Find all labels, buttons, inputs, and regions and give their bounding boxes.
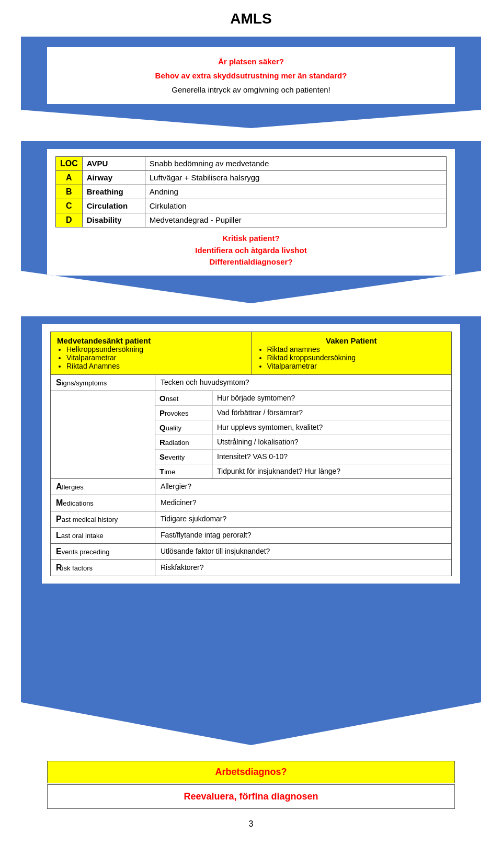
left-bullet-item: Riktad Anamnes (66, 362, 245, 370)
sampler-right-title: Vaken Patient (258, 336, 446, 345)
opqrst-label: Severity (155, 450, 213, 464)
opqrst-value: Hur upplevs symtomen, kvalitet? (213, 420, 451, 435)
right-bullet-item: Vitalparametrar (267, 362, 446, 370)
opqrst-table: Onset Hur började symtomen? Provokes Vad… (155, 391, 451, 478)
ampler-value: Fast/flytande intag peroralt? (155, 528, 451, 543)
abcd-row: C Circulation Cirkulation (56, 199, 447, 213)
kritisk-line3: Differentialdiagnoser? (55, 256, 447, 268)
left-bullet-item: Vitalparametrar (66, 353, 245, 362)
page-title: AMLS (230, 10, 271, 27)
left-bullet-item: Helkroppsundersökning (66, 345, 245, 353)
section1-line1: Är platsen säker? (55, 54, 447, 68)
opqrst-label: Radiation (155, 435, 213, 449)
abcd-row: B Breathing Andning (56, 185, 447, 199)
sampler-box: Medvetandesänkt patient Helkroppsundersö… (42, 324, 460, 584)
ampler-value: Mediciner? (155, 495, 451, 511)
opqrst-value: Vad förbättrar / försämrar? (213, 406, 451, 420)
opqrst-value: Intensitet? VAS 0-10? (213, 450, 451, 464)
signs-rest: igns/symptoms (62, 379, 107, 387)
opqrst-row: Provokes Vad förbättrar / försämrar? (155, 406, 451, 420)
sampler-left-bullets: HelkroppsundersökningVitalparametrarRikt… (66, 345, 245, 370)
sampler-header: Medvetandesänkt patient Helkroppsundersö… (50, 332, 452, 375)
abcd-letter: A (56, 171, 83, 185)
ampler-label: Last oral intake (51, 528, 155, 543)
abcd-arrow: LOC AVPU Snabb bedömning av medvetande A… (21, 141, 481, 303)
ampler-label: Risk factors (51, 560, 155, 576)
ampler-label: Events preceding (51, 544, 155, 559)
opqrst-label: Time (155, 464, 213, 478)
section1-line3: Generella intryck av omgivning och patie… (55, 83, 447, 97)
abcd-letter: B (56, 185, 83, 199)
opqrst-row: Severity Intensitet? VAS 0-10? (155, 450, 451, 464)
ampler-row: Last oral intake Fast/flytande intag per… (50, 528, 452, 544)
kritisk-line1: Kritisk patient? (55, 233, 447, 245)
section1-box: Är platsen säker? Behov av extra skyddsu… (47, 47, 455, 104)
page-number: 3 (249, 819, 254, 829)
ampler-label: Past medical history (51, 511, 155, 527)
ampler-row: Risk factors Riskfaktorer? (50, 560, 452, 576)
ampler-value: Riskfaktorer? (155, 560, 451, 576)
opqrst-section: Onset Hur började symtomen? Provokes Vad… (50, 391, 452, 479)
opqrst-label: Provokes (155, 406, 213, 420)
sampler-header-left: Medvetandesänkt patient Helkroppsundersö… (51, 332, 252, 374)
bottom-section: Arbetsdiagnos? Reevaluera, förfina diagn… (47, 761, 455, 809)
sampler-left-title: Medvetandesänkt patient (57, 336, 245, 345)
abcd-abbrev: AVPU (82, 157, 145, 171)
ampler-row: Events preceding Utlösande faktor till i… (50, 544, 452, 560)
ampler-label: Allergies (51, 479, 155, 495)
abcd-desc: Luftvägar + Stabilisera halsrygg (145, 171, 446, 185)
arbets-box: Arbetsdiagnos? (47, 761, 455, 783)
abcd-desc: Snabb bedömning av medvetande (145, 157, 446, 171)
sampler-right-bullets: Riktad anamnesRiktad kroppsundersökningV… (267, 345, 446, 370)
abcd-abbrev: Disability (82, 213, 145, 227)
opqrst-row: Radiation Utstrålning / lokalisation? (155, 435, 451, 450)
ampler-row: Past medical history Tidigare sjukdomar? (50, 511, 452, 528)
ampler-value: Tidigare sjukdomar? (155, 511, 451, 527)
opqrst-row: Time Tidpunkt för insjuknandet? Hur läng… (155, 464, 451, 478)
signs-value: Tecken och huvudsymtom? (155, 375, 451, 391)
abcd-abbrev: Circulation (82, 199, 145, 213)
right-bullet-item: Riktad anamnes (267, 345, 446, 353)
abcd-letter: C (56, 199, 83, 213)
section1-arrow: Är platsen säker? Behov av extra skyddsu… (21, 37, 481, 128)
opqrst-label: Quality (155, 420, 213, 435)
kritisk-text: Kritisk patient? Identifiera och åtgärda… (55, 233, 447, 268)
abcd-abbrev: Breathing (82, 185, 145, 199)
ampler-value: Allergier? (155, 479, 451, 495)
ampler-label: Medications (51, 495, 155, 511)
abcd-row: LOC AVPU Snabb bedömning av medvetande (56, 157, 447, 171)
ampler-row: Allergies Allergier? (50, 479, 452, 495)
abcd-desc: Andning (145, 185, 446, 199)
reeval-box: Reevaluera, förfina diagnosen (47, 784, 455, 809)
abcd-row: D Disability Medvetandegrad - Pupiller (56, 213, 447, 227)
kritisk-line2: Identifiera och åtgärda livshot (55, 245, 447, 257)
opqrst-empty-label (51, 391, 155, 478)
abcd-letter: LOC (56, 157, 83, 171)
sampler-header-right: Vaken Patient Riktad anamnesRiktad kropp… (252, 332, 452, 374)
ampler-row: Medications Mediciner? (50, 495, 452, 511)
abcd-table: LOC AVPU Snabb bedömning av medvetande A… (55, 156, 447, 227)
opqrst-row: Quality Hur upplevs symtomen, kvalitet? (155, 420, 451, 435)
opqrst-value: Utstrålning / lokalisation? (213, 435, 451, 449)
signs-first-letter: S (56, 378, 62, 387)
opqrst-row: Onset Hur började symtomen? (155, 391, 451, 406)
section1-text: Är platsen säker? Behov av extra skyddsu… (55, 54, 447, 97)
abcd-desc: Cirkulation (145, 199, 446, 213)
abcd-row: A Airway Luftvägar + Stabilisera halsryg… (56, 171, 447, 185)
opqrst-label: Onset (155, 391, 213, 405)
abcd-abbrev: Airway (82, 171, 145, 185)
sampler-arrow: Medvetandesänkt patient Helkroppsundersö… (21, 316, 481, 745)
section1-line2: Behov av extra skyddsutrustning mer än s… (55, 68, 447, 83)
signs-row: Signs/symptoms Tecken och huvudsymtom? (50, 375, 452, 391)
abcd-desc: Medvetandegrad - Pupiller (145, 213, 446, 227)
signs-label: Signs/symptoms (51, 375, 155, 391)
ampler-value: Utlösande faktor till insjuknandet? (155, 544, 451, 559)
abcd-letter: D (56, 213, 83, 227)
abcd-box: LOC AVPU Snabb bedömning av medvetande A… (47, 149, 455, 276)
opqrst-value: Tidpunkt för insjuknandet? Hur länge? (213, 464, 451, 478)
right-bullet-item: Riktad kroppsundersökning (267, 353, 446, 362)
opqrst-value: Hur började symtomen? (213, 391, 451, 405)
